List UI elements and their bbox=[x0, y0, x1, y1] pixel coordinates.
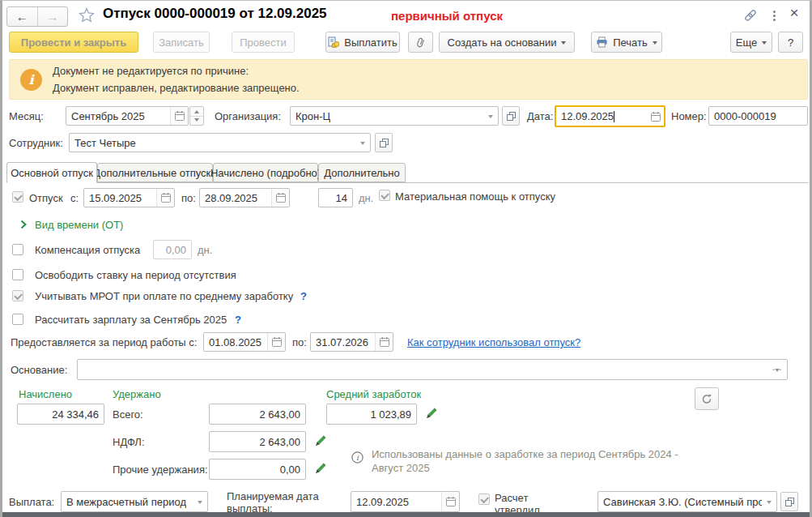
tab-accrued-detail[interactable]: Начислено (подробно) bbox=[213, 163, 318, 182]
mrot-checkbox[interactable] bbox=[12, 290, 23, 301]
basis-field[interactable] bbox=[77, 359, 788, 380]
payment-select[interactable]: В межрасчетный период bbox=[61, 491, 208, 512]
create-on-basis-button[interactable]: Создать на основании bbox=[439, 32, 575, 53]
organization-value: Крон-Ц bbox=[295, 110, 330, 122]
save-button[interactable]: Записать bbox=[153, 32, 210, 53]
banner-line-1: Документ не редактируется по причине: bbox=[53, 65, 249, 77]
nav-button-group: ← → bbox=[6, 6, 68, 27]
refresh-button[interactable] bbox=[695, 387, 719, 410]
dropdown-arrow-icon[interactable] bbox=[355, 134, 370, 152]
date-field[interactable]: 12.09.2025 bbox=[555, 105, 665, 127]
accrued-section-label: Начислено bbox=[19, 388, 72, 400]
tab-label: Основной отпуск bbox=[11, 167, 93, 179]
calendar-icon[interactable] bbox=[271, 189, 289, 207]
average-earnings-field[interactable]: 1 023,89 bbox=[326, 404, 417, 425]
edit-pencil-icon[interactable] bbox=[314, 461, 328, 477]
more-button[interactable]: Еще bbox=[730, 32, 772, 53]
time-type-expander[interactable]: Вид времени (ОТ) bbox=[35, 219, 123, 231]
number-field[interactable]: 0000-000019 bbox=[708, 106, 808, 126]
vacation-to-label: по: bbox=[181, 192, 196, 204]
work-period-label: Предоставляется за период работы с: bbox=[11, 336, 197, 348]
tab-main-vacation[interactable]: Основной отпуск bbox=[6, 162, 97, 183]
tabstrip-divider bbox=[6, 182, 808, 183]
help-label: ? bbox=[788, 36, 793, 49]
more-label: Еще bbox=[736, 36, 757, 49]
calendar-icon[interactable] bbox=[441, 492, 459, 511]
calc-salary-checkbox[interactable] bbox=[12, 314, 23, 325]
dropdown-arrow-icon[interactable] bbox=[193, 492, 207, 511]
material-aid-checkbox[interactable] bbox=[379, 190, 390, 201]
date-label: Дата: bbox=[527, 110, 553, 122]
ndfl-label: НДФЛ: bbox=[113, 436, 145, 448]
print-button[interactable]: Печать bbox=[591, 32, 662, 53]
planned-date-value: 12.09.2025 bbox=[356, 496, 409, 508]
dropdown-arrow-icon[interactable] bbox=[483, 107, 498, 125]
organization-field[interactable]: Крон-Ц bbox=[290, 106, 499, 126]
close-icon[interactable]: × bbox=[785, 3, 803, 23]
tab-additional[interactable]: Дополнительно bbox=[318, 163, 406, 182]
calc-salary-help-icon[interactable]: ? bbox=[235, 314, 241, 326]
compensation-days-value: 0,00 bbox=[166, 244, 186, 256]
calendar-icon[interactable] bbox=[375, 333, 393, 351]
forward-button[interactable]: → bbox=[38, 7, 68, 26]
pay-button[interactable]: Выплатить bbox=[325, 32, 400, 53]
work-period-to-field[interactable]: 31.07.2026 bbox=[310, 332, 393, 352]
calendar-icon[interactable] bbox=[170, 107, 188, 125]
month-field[interactable]: Сентябрь 2025 bbox=[66, 106, 189, 126]
release-rate-checkbox[interactable] bbox=[12, 269, 23, 280]
favorite-star-icon[interactable] bbox=[78, 6, 96, 24]
mrot-help-icon[interactable]: ? bbox=[300, 290, 307, 302]
ndfl-field[interactable]: 2 643,00 bbox=[209, 431, 306, 452]
calendar-icon[interactable] bbox=[156, 189, 174, 207]
back-button[interactable]: ← bbox=[7, 7, 38, 26]
accrued-field[interactable]: 24 334,46 bbox=[17, 404, 104, 425]
edit-pencil-icon[interactable] bbox=[314, 434, 328, 450]
post-and-close-label: Провести и закрыть bbox=[21, 36, 126, 49]
tab-additional-vacations[interactable]: Дополнительные отпуска bbox=[97, 163, 213, 182]
withheld-total-label: Всего: bbox=[113, 408, 143, 421]
edit-pencil-icon[interactable] bbox=[425, 406, 439, 422]
withheld-section-label: Удержано bbox=[113, 388, 161, 400]
expander-chevron-icon[interactable] bbox=[19, 219, 28, 230]
dropdown-arrow-icon[interactable] bbox=[762, 492, 776, 511]
other-deductions-field[interactable]: 0,00 bbox=[209, 459, 306, 480]
approved-checkbox[interactable] bbox=[478, 494, 490, 505]
organization-label: Организация: bbox=[215, 110, 281, 122]
vacation-days-field[interactable]: 14 bbox=[318, 188, 353, 207]
info-circle-icon: i bbox=[351, 451, 363, 464]
organization-open-button[interactable] bbox=[502, 106, 520, 126]
calendar-icon[interactable] bbox=[647, 107, 664, 126]
compensation-checkbox[interactable] bbox=[12, 244, 23, 255]
vacation-to-field[interactable]: 28.09.2025 bbox=[199, 188, 290, 207]
planned-date-field[interactable]: 12.09.2025 bbox=[351, 491, 460, 512]
withheld-total-field[interactable]: 2 643,00 bbox=[209, 404, 306, 425]
stepper-up-button[interactable] bbox=[190, 107, 203, 117]
employee-field[interactable]: Тест Четыре bbox=[69, 133, 371, 152]
get-link-icon[interactable] bbox=[742, 6, 759, 24]
approver-value: Савинская З.Ю. (Системный прог bbox=[603, 496, 762, 508]
attachments-button[interactable] bbox=[408, 32, 433, 53]
planned-date-label: Планируемая дата выплаты: bbox=[227, 490, 332, 515]
vacation-checkbox[interactable] bbox=[12, 191, 23, 203]
release-rate-label: Освободить ставку на период отсутствия bbox=[35, 269, 236, 281]
employee-open-button[interactable] bbox=[375, 133, 393, 152]
tab-label: Начислено (подробно) bbox=[210, 167, 321, 179]
stepper-down-button[interactable] bbox=[190, 117, 203, 126]
vacation-from-field[interactable]: 15.09.2025 bbox=[83, 188, 175, 207]
kebab-menu-icon[interactable] bbox=[767, 7, 780, 24]
post-button[interactable]: Провести bbox=[232, 32, 295, 53]
calendar-icon[interactable] bbox=[267, 333, 285, 351]
compensation-days-field[interactable]: 0,00 bbox=[153, 240, 192, 259]
help-button[interactable]: ? bbox=[778, 32, 803, 53]
number-value: 0000-000019 bbox=[714, 110, 776, 122]
printer-icon bbox=[596, 36, 608, 48]
vacation-checkbox-label: Отпуск bbox=[29, 192, 63, 204]
approver-open-button[interactable] bbox=[780, 492, 798, 511]
work-period-from-field[interactable]: 01.08.2025 bbox=[203, 332, 286, 352]
vacation-usage-link[interactable]: Как сотрудник использовал отпуск? bbox=[407, 336, 580, 348]
primary-vacation-badge: первичный отпуск bbox=[391, 9, 503, 23]
approver-field[interactable]: Савинская З.Ю. (Системный прог bbox=[597, 491, 777, 512]
ellipsis-glyph: … bbox=[772, 361, 782, 373]
post-and-close-button[interactable]: Провести и закрыть bbox=[9, 32, 138, 53]
average-section-label: Средний заработок bbox=[326, 388, 421, 400]
